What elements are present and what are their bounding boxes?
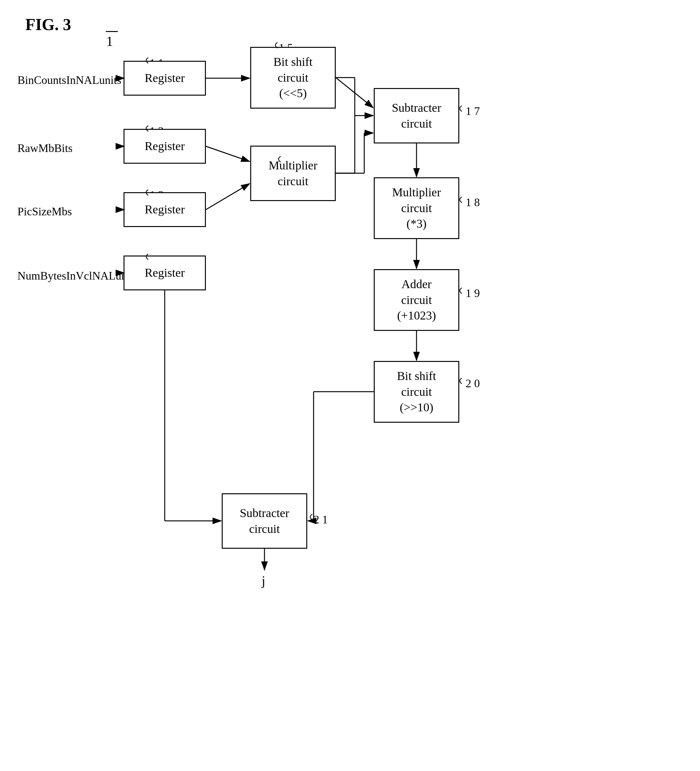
- box-sub17: Subtracter circuit: [374, 88, 459, 143]
- box-bsc20: Bit shift circuit (>>10): [374, 361, 459, 423]
- signal-raw: RawMbBits: [18, 142, 73, 155]
- svg-line-4: [206, 146, 250, 161]
- box-reg13: Register: [124, 192, 206, 227]
- box-mul18: Multiplier circuit (*3): [374, 177, 459, 239]
- box-add19: Adder circuit (+1023): [374, 269, 459, 331]
- figure-label: FIG. 3: [25, 15, 71, 34]
- box-reg12: Register: [124, 129, 206, 164]
- diagram-svg: [0, 0, 700, 771]
- svg-line-6: [206, 184, 250, 210]
- box-mul16: Multiplier circuit: [250, 146, 336, 201]
- svg-line-8: [336, 78, 373, 107]
- signal-num: NumBytesInVclNALunits: [18, 269, 138, 283]
- output-label: j: [262, 573, 265, 588]
- box-bsc15: Bit shift circuit (<<5): [250, 47, 336, 109]
- box-reg14: Register: [124, 255, 206, 290]
- ref-19: 1 9: [466, 286, 480, 300]
- box-reg11: Register: [124, 61, 206, 96]
- top-ref-overline: [106, 31, 118, 32]
- signal-bin: BinCountsInNALunits: [18, 73, 121, 87]
- ref-21: 2 1: [314, 513, 328, 526]
- ref-20: 2 0: [466, 377, 480, 390]
- box-sub21: Subtracter circuit: [222, 493, 307, 549]
- ref-17: 1 7: [466, 104, 480, 118]
- top-ref-number: 1: [106, 33, 113, 49]
- ref-18: 1 8: [466, 196, 480, 209]
- signal-pic: PicSizeMbs: [18, 205, 72, 218]
